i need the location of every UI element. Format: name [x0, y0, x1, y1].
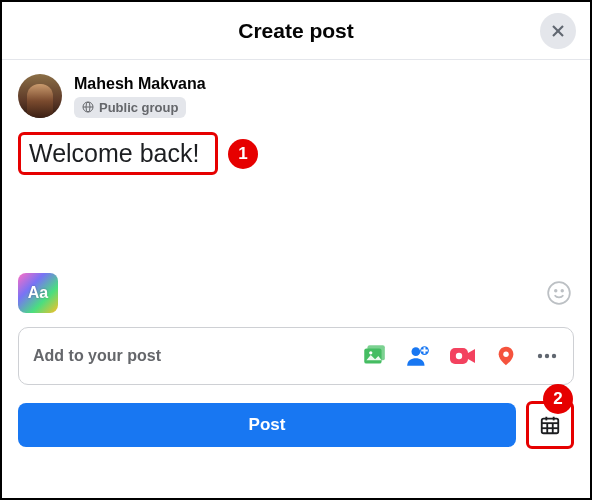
text-style-icon: Aa	[28, 284, 48, 302]
calendar-icon	[539, 414, 561, 436]
add-to-post-bar: Add to your post	[18, 327, 574, 385]
video-icon	[449, 345, 477, 367]
more-icon	[535, 344, 559, 368]
author-row: Mahesh Makvana Public group	[2, 60, 590, 126]
svg-point-17	[545, 354, 549, 358]
avatar	[18, 74, 62, 118]
live-video-button[interactable]	[449, 345, 477, 367]
modal-title: Create post	[238, 19, 354, 43]
svg-point-11	[412, 347, 421, 356]
globe-icon	[82, 101, 94, 113]
post-button[interactable]: Post	[18, 403, 516, 447]
author-name: Mahesh Makvana	[74, 75, 206, 93]
annotation-callout-2: 2	[543, 384, 573, 414]
background-color-button[interactable]: Aa	[18, 273, 58, 313]
tag-people-button[interactable]	[405, 343, 431, 369]
location-pin-icon	[495, 343, 517, 369]
svg-point-14	[456, 353, 462, 359]
add-to-post-icons	[361, 343, 559, 369]
schedule-highlight: 2	[526, 401, 574, 449]
svg-point-5	[548, 282, 570, 304]
author-meta: Mahesh Makvana Public group	[74, 75, 206, 118]
close-button[interactable]	[540, 13, 576, 49]
svg-point-16	[538, 354, 542, 358]
add-to-post-label: Add to your post	[33, 347, 161, 365]
svg-point-6	[555, 290, 557, 292]
person-tag-icon	[405, 343, 431, 369]
post-content-area[interactable]: Welcome back! 1	[2, 126, 590, 181]
smile-icon	[546, 280, 572, 306]
modal-header: Create post	[2, 2, 590, 60]
audience-selector[interactable]: Public group	[74, 97, 186, 118]
photo-icon	[361, 343, 387, 369]
background-emoji-row: Aa	[2, 273, 590, 313]
svg-point-15	[503, 351, 509, 357]
photo-video-button[interactable]	[361, 343, 387, 369]
footer-row: Post 2	[18, 401, 574, 449]
more-options-button[interactable]	[535, 344, 559, 368]
svg-point-18	[552, 354, 556, 358]
svg-point-10	[369, 351, 372, 354]
audience-label: Public group	[99, 100, 178, 115]
svg-rect-19	[542, 419, 559, 434]
emoji-button[interactable]	[544, 278, 574, 308]
svg-point-7	[561, 290, 563, 292]
post-text-input[interactable]: Welcome back!	[18, 132, 218, 175]
location-button[interactable]	[495, 343, 517, 369]
annotation-callout-1: 1	[228, 139, 258, 169]
close-icon	[548, 21, 568, 41]
